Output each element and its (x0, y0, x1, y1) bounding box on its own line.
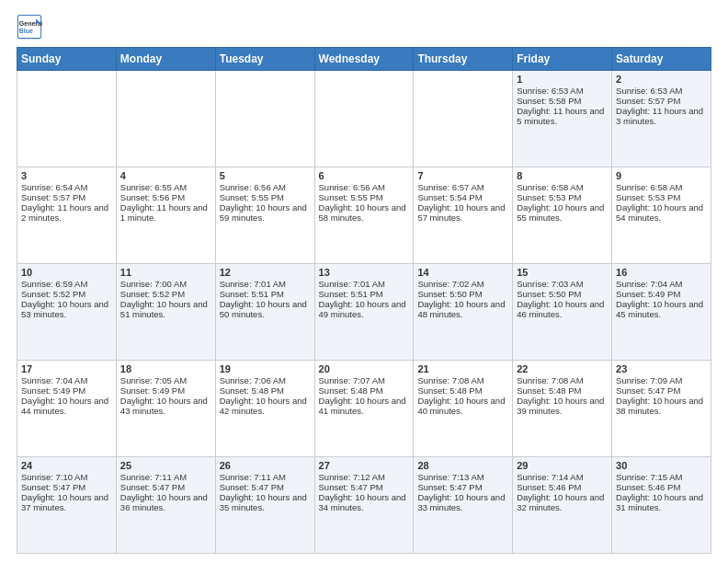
day-info: Sunset: 5:57 PM (616, 96, 707, 106)
day-info: Daylight: 10 hours and 48 minutes. (417, 299, 508, 319)
day-number: 26 (220, 460, 311, 471)
day-info: Sunrise: 7:10 AM (21, 472, 112, 482)
day-number: 30 (616, 460, 707, 471)
day-info: Daylight: 10 hours and 54 minutes. (616, 202, 707, 223)
day-info: Sunrise: 7:07 AM (319, 375, 410, 385)
day-number: 29 (517, 460, 608, 471)
day-info: Sunset: 5:47 PM (21, 482, 112, 492)
calendar-cell: 3Sunrise: 6:54 AMSunset: 5:57 PMDaylight… (17, 167, 117, 264)
day-info: Sunset: 5:58 PM (517, 96, 608, 106)
day-info: Sunrise: 7:01 AM (319, 279, 410, 289)
calendar-cell: 20Sunrise: 7:07 AMSunset: 5:48 PMDayligh… (314, 361, 414, 457)
day-info: Daylight: 10 hours and 43 minutes. (120, 396, 211, 416)
col-header-saturday: Saturday (612, 48, 711, 71)
calendar-cell: 10Sunrise: 6:59 AMSunset: 5:52 PMDayligh… (17, 264, 117, 361)
day-info: Sunset: 5:53 PM (517, 192, 608, 202)
day-info: Sunrise: 6:54 AM (21, 182, 112, 192)
day-number: 5 (220, 170, 311, 181)
day-number: 16 (616, 267, 707, 278)
calendar-cell: 2Sunrise: 6:53 AMSunset: 5:57 PMDaylight… (612, 71, 711, 167)
day-info: Sunrise: 7:15 AM (616, 472, 707, 482)
calendar-cell: 23Sunrise: 7:09 AMSunset: 5:47 PMDayligh… (612, 361, 711, 457)
day-info: Daylight: 10 hours and 42 minutes. (220, 396, 311, 416)
day-number: 14 (417, 267, 508, 278)
day-info: Sunset: 5:57 PM (21, 192, 112, 202)
calendar-cell: 13Sunrise: 7:01 AMSunset: 5:51 PMDayligh… (314, 264, 414, 361)
logo-icon: General Blue (17, 14, 42, 40)
day-number: 24 (21, 460, 112, 471)
day-info: Daylight: 11 hours and 3 minutes. (616, 106, 707, 126)
day-info: Sunset: 5:49 PM (21, 385, 112, 396)
day-info: Sunrise: 6:56 AM (220, 182, 311, 192)
day-info: Sunset: 5:51 PM (220, 289, 311, 299)
calendar-cell: 8Sunrise: 6:58 AMSunset: 5:53 PMDaylight… (513, 167, 612, 264)
day-info: Daylight: 10 hours and 34 minutes. (319, 492, 410, 512)
day-info: Daylight: 10 hours and 41 minutes. (319, 396, 410, 416)
day-info: Sunrise: 6:55 AM (120, 182, 211, 192)
day-info: Daylight: 11 hours and 1 minute. (120, 202, 211, 223)
calendar-cell: 21Sunrise: 7:08 AMSunset: 5:48 PMDayligh… (414, 361, 513, 457)
day-number: 25 (120, 460, 211, 471)
calendar-cell: 14Sunrise: 7:02 AMSunset: 5:50 PMDayligh… (414, 264, 513, 361)
day-info: Daylight: 10 hours and 38 minutes. (616, 396, 707, 416)
day-info: Daylight: 10 hours and 57 minutes. (417, 202, 508, 223)
calendar-cell: 25Sunrise: 7:11 AMSunset: 5:47 PMDayligh… (116, 457, 215, 554)
calendar-table: SundayMondayTuesdayWednesdayThursdayFrid… (17, 47, 711, 554)
day-info: Sunrise: 7:12 AM (319, 472, 410, 482)
day-info: Sunset: 5:47 PM (319, 482, 410, 492)
calendar-cell: 29Sunrise: 7:14 AMSunset: 5:46 PMDayligh… (513, 457, 612, 554)
day-info: Sunset: 5:49 PM (120, 385, 211, 396)
day-info: Daylight: 10 hours and 49 minutes. (319, 299, 410, 319)
day-info: Sunrise: 6:58 AM (517, 182, 608, 192)
day-info: Sunrise: 6:53 AM (616, 86, 707, 96)
day-number: 11 (120, 267, 211, 278)
calendar-cell (314, 71, 414, 167)
day-info: Daylight: 10 hours and 46 minutes. (517, 299, 608, 319)
calendar-cell: 6Sunrise: 6:56 AMSunset: 5:55 PMDaylight… (314, 167, 414, 264)
day-info: Sunset: 5:52 PM (21, 289, 112, 299)
day-info: Sunrise: 7:00 AM (120, 279, 211, 289)
col-header-wednesday: Wednesday (314, 48, 414, 71)
day-info: Daylight: 10 hours and 31 minutes. (616, 492, 707, 512)
day-info: Sunrise: 6:53 AM (517, 86, 608, 96)
day-info: Daylight: 11 hours and 2 minutes. (21, 202, 112, 223)
day-info: Daylight: 10 hours and 39 minutes. (517, 396, 608, 416)
day-info: Sunrise: 7:14 AM (517, 472, 608, 482)
day-info: Daylight: 10 hours and 33 minutes. (417, 492, 508, 512)
day-info: Sunrise: 7:02 AM (417, 279, 508, 289)
day-info: Daylight: 10 hours and 59 minutes. (220, 202, 311, 223)
calendar-cell: 17Sunrise: 7:04 AMSunset: 5:49 PMDayligh… (17, 361, 117, 457)
calendar-cell: 16Sunrise: 7:04 AMSunset: 5:49 PMDayligh… (612, 264, 711, 361)
day-info: Sunset: 5:51 PM (319, 289, 410, 299)
day-info: Daylight: 11 hours and 5 minutes. (517, 106, 608, 126)
day-info: Sunrise: 7:03 AM (517, 279, 608, 289)
calendar-header-row: SundayMondayTuesdayWednesdayThursdayFrid… (17, 48, 711, 71)
day-info: Sunset: 5:55 PM (220, 192, 311, 202)
day-number: 13 (319, 267, 410, 278)
day-info: Daylight: 10 hours and 40 minutes. (417, 396, 508, 416)
day-number: 10 (21, 267, 112, 278)
calendar-cell: 19Sunrise: 7:06 AMSunset: 5:48 PMDayligh… (215, 361, 314, 457)
day-number: 9 (616, 170, 707, 181)
calendar-cell: 24Sunrise: 7:10 AMSunset: 5:47 PMDayligh… (17, 457, 117, 554)
day-info: Daylight: 10 hours and 50 minutes. (220, 299, 311, 319)
day-info: Sunset: 5:49 PM (616, 289, 707, 299)
calendar-week-row: 3Sunrise: 6:54 AMSunset: 5:57 PMDaylight… (17, 167, 711, 264)
logo: General Blue (17, 14, 45, 40)
day-number: 28 (417, 460, 508, 471)
col-header-friday: Friday (513, 48, 612, 71)
day-number: 23 (616, 363, 707, 374)
day-info: Sunset: 5:48 PM (220, 385, 311, 396)
col-header-monday: Monday (116, 48, 215, 71)
day-info: Sunset: 5:48 PM (517, 385, 608, 396)
day-info: Sunrise: 7:08 AM (417, 375, 508, 385)
day-info: Daylight: 10 hours and 35 minutes. (220, 492, 311, 512)
calendar-cell (17, 71, 117, 167)
calendar-cell: 18Sunrise: 7:05 AMSunset: 5:49 PMDayligh… (116, 361, 215, 457)
day-number: 4 (120, 170, 211, 181)
day-number: 12 (220, 267, 311, 278)
calendar-cell: 12Sunrise: 7:01 AMSunset: 5:51 PMDayligh… (215, 264, 314, 361)
svg-text:Blue: Blue (19, 28, 33, 34)
day-number: 3 (21, 170, 112, 181)
day-info: Sunset: 5:48 PM (417, 385, 508, 396)
